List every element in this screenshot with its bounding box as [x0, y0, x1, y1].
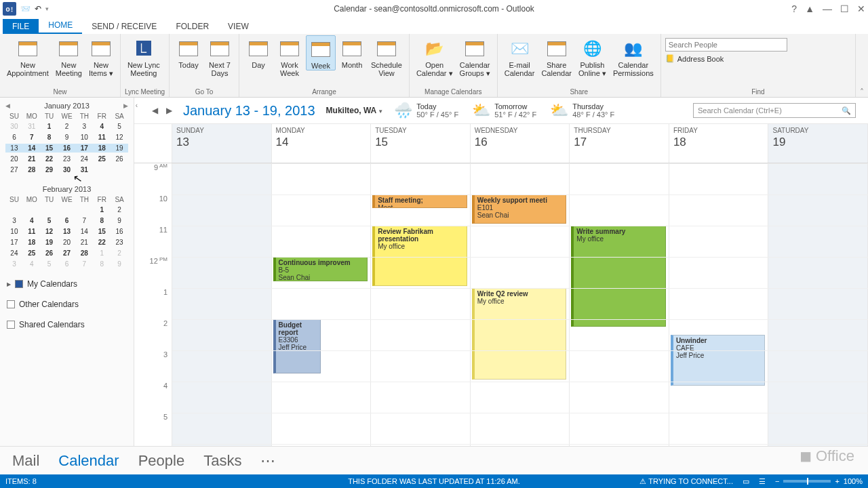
- minical-day[interactable]: 14: [75, 227, 93, 236]
- nav-more[interactable]: ⋯: [260, 452, 275, 470]
- minical-day[interactable]: [93, 165, 111, 174]
- search-people-input[interactable]: [665, 38, 787, 52]
- minical-day[interactable]: 31: [23, 122, 41, 131]
- search-calendar-input[interactable]: Search Calendar (Ctrl+E)🔍: [693, 103, 856, 118]
- minical-day[interactable]: 27: [58, 249, 76, 258]
- minical-day[interactable]: 13: [5, 144, 23, 152]
- minical-day[interactable]: 3: [5, 260, 23, 268]
- checkbox-icon[interactable]: [7, 321, 15, 329]
- minical-day[interactable]: 29: [41, 165, 58, 174]
- minical-day[interactable]: [111, 165, 128, 174]
- calendar-event[interactable]: Write summaryMy office: [571, 226, 666, 327]
- minical-day[interactable]: 3: [5, 216, 23, 225]
- minical-day[interactable]: 18: [23, 238, 41, 247]
- minical-day[interactable]: 30: [5, 122, 23, 131]
- minical-day[interactable]: 11: [23, 227, 41, 236]
- minical-day[interactable]: 24: [75, 155, 93, 163]
- my-calendars-toggle[interactable]: ▶My Calendars: [7, 279, 127, 289]
- minical-day[interactable]: [23, 205, 41, 214]
- shared-calendars-toggle[interactable]: Shared Calendars: [7, 320, 127, 329]
- address-book-button[interactable]: 📒Address Book: [665, 54, 787, 63]
- minical-day[interactable]: 20: [58, 238, 76, 247]
- zoom-slider[interactable]: [783, 480, 831, 483]
- minical-day[interactable]: 18: [93, 144, 111, 152]
- day-column[interactable]: [172, 163, 272, 446]
- qat-sendreceive-icon[interactable]: 📨: [20, 4, 31, 14]
- minical-day[interactable]: 2: [111, 249, 128, 258]
- view-list-icon[interactable]: ☰: [759, 477, 766, 486]
- week-view-button[interactable]: Week: [306, 35, 336, 70]
- tab-view[interactable]: VIEW: [218, 19, 258, 34]
- month-view-button[interactable]: Month: [337, 35, 367, 69]
- minical-day[interactable]: 9: [58, 133, 76, 142]
- collapse-sidebar-icon[interactable]: ‹: [136, 102, 138, 109]
- publish-online-button[interactable]: 🌐PublishOnline ▾: [576, 35, 609, 77]
- day-column[interactable]: UnwinderCAFEJeff Price: [669, 163, 769, 446]
- minical-day[interactable]: 12: [41, 227, 58, 236]
- qat-customize-icon[interactable]: ▾: [45, 5, 49, 12]
- minical-day[interactable]: 4: [23, 260, 41, 268]
- weather-location[interactable]: Mukilteo, WA▼: [326, 106, 384, 115]
- nav-calendar[interactable]: Calendar: [58, 452, 119, 470]
- ribbon-options-icon[interactable]: ▲: [805, 3, 814, 14]
- checkbox-icon[interactable]: [7, 300, 15, 308]
- tab-file[interactable]: FILE: [3, 19, 39, 34]
- day-column[interactable]: [768, 163, 868, 446]
- minical-day[interactable]: 28: [75, 249, 93, 258]
- zoom-out-icon[interactable]: −: [775, 477, 779, 485]
- minical-day[interactable]: 1: [93, 249, 111, 258]
- minical-day[interactable]: 23: [58, 155, 76, 163]
- minical-day[interactable]: 9: [111, 260, 128, 268]
- day-header[interactable]: SATURDAY19: [768, 124, 868, 163]
- minical-day[interactable]: 30: [58, 165, 76, 174]
- minical-day[interactable]: 17: [5, 238, 23, 247]
- minical-day[interactable]: 31: [75, 165, 93, 174]
- calendar-event[interactable]: Weekly support meetiE101Sean Chai: [472, 195, 567, 224]
- prev-month-icon[interactable]: ◀: [5, 102, 10, 109]
- minical-day[interactable]: 6: [58, 260, 76, 268]
- next-week-icon[interactable]: ▶: [166, 106, 172, 115]
- new-appointment-button[interactable]: NewAppointment: [4, 35, 52, 77]
- minical-day[interactable]: 14: [23, 144, 41, 152]
- other-calendars-toggle[interactable]: Other Calendars: [7, 300, 127, 309]
- calendar-event[interactable]: Continuous improvemB-5Sean Chai: [273, 257, 368, 281]
- new-items-button[interactable]: NewItems ▾: [86, 35, 116, 77]
- calendar-event[interactable]: Review Fabrikam presentationMy office: [372, 226, 467, 286]
- tab-sendreceive[interactable]: SEND / RECEIVE: [82, 19, 166, 34]
- help-icon[interactable]: ?: [791, 3, 797, 14]
- minical-day[interactable]: 24: [5, 249, 23, 258]
- minical-day[interactable]: 6: [5, 133, 23, 142]
- prev-week-icon[interactable]: ◀: [152, 106, 158, 115]
- minical-day[interactable]: [58, 205, 76, 214]
- email-calendar-button[interactable]: ✉️E-mailCalendar: [502, 35, 538, 77]
- calendar-event[interactable]: Budget reportE3306Jeff Price: [273, 319, 321, 373]
- calendar-event[interactable]: Staff meeting; Meet: [372, 195, 467, 208]
- minical-day[interactable]: 6: [58, 216, 76, 225]
- day-column[interactable]: Continuous improvemB-5Sean ChaiBudget re…: [272, 163, 372, 446]
- minical-day[interactable]: 11: [93, 133, 111, 142]
- minical-day[interactable]: 1: [41, 122, 58, 131]
- minical-day[interactable]: 13: [58, 227, 76, 236]
- workweek-view-button[interactable]: WorkWeek: [275, 35, 304, 77]
- calendar-event[interactable]: Write Q2 reviewMy office: [472, 288, 567, 380]
- minical-day[interactable]: 8: [93, 260, 111, 268]
- minical-day[interactable]: 1: [93, 205, 111, 214]
- day-view-button[interactable]: Day: [243, 35, 273, 69]
- next-month-icon[interactable]: ▶: [123, 102, 128, 109]
- share-calendar-button[interactable]: ShareCalendar: [538, 35, 574, 77]
- minical-day[interactable]: 7: [75, 260, 93, 268]
- tab-folder[interactable]: FOLDER: [166, 19, 218, 34]
- minical-day[interactable]: 8: [41, 133, 58, 142]
- minical-day[interactable]: 4: [93, 122, 111, 131]
- minical-day[interactable]: 25: [93, 155, 111, 163]
- minical-day[interactable]: 16: [111, 227, 128, 236]
- minical-day[interactable]: 23: [111, 238, 128, 247]
- qat-undo-icon[interactable]: ↶: [35, 4, 41, 14]
- minical-day[interactable]: 12: [111, 133, 128, 142]
- minical-day[interactable]: 15: [93, 227, 111, 236]
- minical-day[interactable]: 27: [5, 165, 23, 174]
- today-button[interactable]: Today: [174, 35, 203, 69]
- day-header[interactable]: FRIDAY18: [669, 124, 769, 163]
- minical-day[interactable]: 10: [5, 227, 23, 236]
- minical-day[interactable]: 5: [41, 216, 58, 225]
